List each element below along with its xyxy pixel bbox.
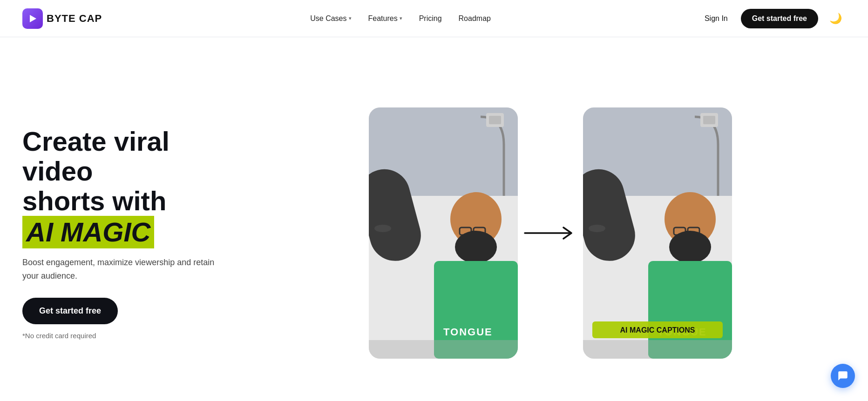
- chevron-down-icon: ▾: [349, 15, 352, 21]
- dark-mode-toggle[interactable]: 🌙: [826, 11, 846, 27]
- video-card-before: TONGUE: [369, 107, 518, 359]
- brand-name: BYTE CAP: [47, 13, 102, 25]
- svg-text:AI MAGIC CAPTIONS: AI MAGIC CAPTIONS: [620, 326, 695, 334]
- svg-marker-0: [30, 15, 36, 22]
- get-started-nav-button[interactable]: Get started free: [741, 9, 818, 28]
- chevron-down-icon: ▾: [400, 15, 402, 21]
- hero-subtitle: Boost engagement, maximize viewership an…: [22, 256, 218, 283]
- svg-point-11: [455, 231, 497, 263]
- hero-content: Create viral video shorts with AI MAGIC …: [22, 127, 255, 340]
- transformation-arrow: [518, 224, 583, 242]
- hero-title: Create viral video shorts with AI MAGIC: [22, 127, 237, 248]
- video-card-after: TONGUE AI MAGIC CAPTIONS: [583, 107, 732, 359]
- navbar-actions: Sign In Get started free 🌙: [699, 9, 846, 28]
- svg-rect-3: [489, 116, 501, 124]
- nav-item-pricing[interactable]: Pricing: [419, 14, 442, 23]
- logo-icon: [22, 8, 43, 29]
- hero-section: Create viral video shorts with AI MAGIC …: [0, 37, 868, 401]
- get-started-hero-button[interactable]: Get started free: [22, 298, 118, 324]
- nav-item-roadmap[interactable]: Roadmap: [459, 14, 491, 23]
- arrow-right-icon: [522, 224, 578, 242]
- hero-highlight: AI MAGIC: [22, 216, 154, 249]
- chat-icon: [837, 370, 849, 382]
- svg-point-26: [669, 231, 711, 263]
- main-nav: Use Cases ▾ Features ▾ Pricing Roadmap: [310, 14, 491, 23]
- svg-rect-29: [583, 340, 732, 359]
- nav-item-use-cases[interactable]: Use Cases ▾: [310, 14, 351, 23]
- chat-support-button[interactable]: [831, 364, 855, 388]
- logo-area: BYTE CAP: [22, 8, 102, 29]
- svg-rect-18: [703, 116, 715, 124]
- hero-note: *No credit card required: [22, 332, 237, 340]
- nav-item-features[interactable]: Features ▾: [368, 14, 402, 23]
- navbar: BYTE CAP Use Cases ▾ Features ▾ Pricing …: [0, 0, 868, 37]
- hero-visuals: TONGUE: [255, 98, 846, 368]
- svg-text:TONGUE: TONGUE: [443, 326, 493, 338]
- svg-point-6: [374, 225, 391, 232]
- svg-rect-14: [369, 340, 518, 359]
- signin-button[interactable]: Sign In: [699, 11, 733, 27]
- svg-point-21: [589, 225, 605, 232]
